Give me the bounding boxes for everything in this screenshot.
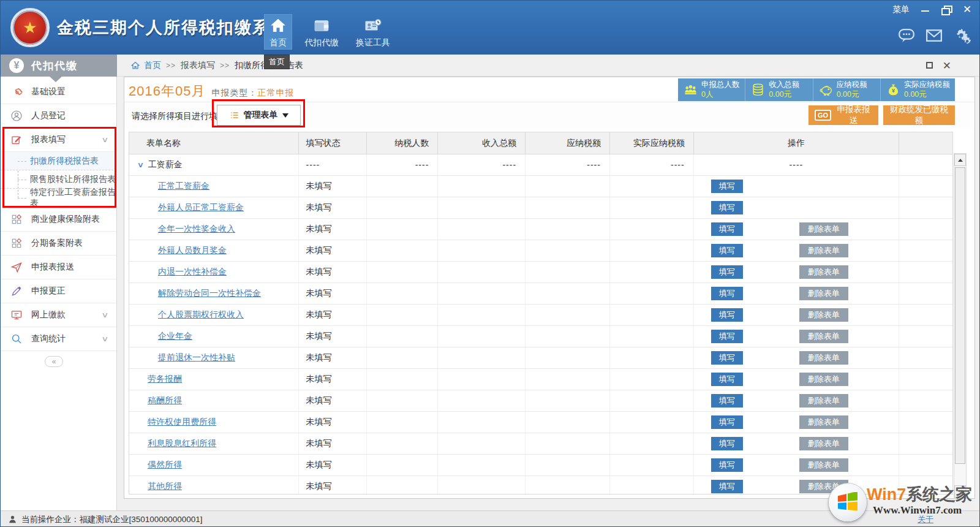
national-emblem-logo: ★ bbox=[10, 8, 50, 47]
sidebar-item-declaration-correct[interactable]: 申报更正 bbox=[1, 279, 116, 303]
delete-form-button[interactable]: 删除表单 bbox=[799, 330, 848, 343]
sidebar-item-report-submit[interactable]: 申报表报送 bbox=[1, 256, 116, 279]
table-row: 劳务报酬 未填写 填写 删除表单 bbox=[129, 369, 952, 390]
delete-form-button[interactable]: 删除表单 bbox=[799, 351, 848, 365]
sidebar-item-personnel[interactable]: 人员登记 bbox=[1, 104, 116, 128]
nav-withholding[interactable]: 代扣代缴 bbox=[300, 14, 344, 50]
close-panel-icon[interactable]: ✕ bbox=[943, 59, 951, 72]
sidebar-collapse-button[interactable]: « bbox=[45, 356, 63, 367]
delete-form-button[interactable]: 删除表单 bbox=[799, 287, 848, 300]
fill-button[interactable]: 填写 bbox=[711, 287, 743, 300]
fill-button[interactable]: 填写 bbox=[711, 458, 743, 472]
sidebar-item-online-payment[interactable]: 网上缴款 ∨ bbox=[1, 303, 116, 327]
scrollbar-thumb[interactable] bbox=[955, 167, 965, 464]
sidebar-item-installment-record[interactable]: 分期备案附表 bbox=[1, 232, 116, 256]
form-name-link[interactable]: 正常工资薪金 bbox=[158, 181, 209, 192]
settings-gears-icon[interactable] bbox=[952, 26, 971, 45]
fill-status: 未填写 bbox=[299, 390, 368, 411]
form-name-link[interactable]: 提前退休一次性补贴 bbox=[158, 352, 235, 363]
sidebar-subitem-withholding-tax-report[interactable]: 扣缴所得税报告表 bbox=[1, 152, 116, 170]
nav-home[interactable]: 首页 bbox=[264, 14, 292, 50]
table-row: 个人股票期权行权收入 未填写 填写 删除表单 bbox=[129, 305, 952, 326]
form-name-link[interactable]: 其他所得 bbox=[148, 481, 182, 492]
fill-button[interactable]: 填写 bbox=[711, 180, 743, 193]
fill-button[interactable]: 填写 bbox=[711, 308, 743, 322]
col-operations: 操作 bbox=[694, 132, 899, 154]
form-name-link[interactable]: 全年一次性奖金收入 bbox=[158, 224, 235, 235]
delete-form-button[interactable]: 删除表单 bbox=[799, 458, 848, 472]
delete-form-button[interactable]: 删除表单 bbox=[799, 373, 848, 386]
fill-button[interactable]: 填写 bbox=[711, 373, 743, 386]
delete-form-button[interactable]: 删除表单 bbox=[799, 222, 848, 236]
fill-button[interactable]: 填写 bbox=[711, 351, 743, 365]
form-name-link[interactable]: 利息股息红利所得 bbox=[148, 438, 216, 449]
scroll-up-icon[interactable] bbox=[954, 154, 966, 166]
table-scrollbar[interactable] bbox=[954, 153, 967, 498]
delete-form-button[interactable]: 删除表单 bbox=[799, 308, 848, 322]
table-row: 全年一次性奖金收入 未填写 填写 删除表单 bbox=[129, 219, 952, 240]
col-taxpayer-count: 纳税人数 bbox=[367, 132, 438, 154]
minimize-icon[interactable] bbox=[921, 5, 930, 15]
delete-form-button[interactable]: 删除表单 bbox=[799, 265, 848, 279]
fill-button[interactable]: 填写 bbox=[711, 265, 743, 279]
group-name: 工资薪金 bbox=[148, 159, 183, 170]
delete-form-button[interactable]: 删除表单 bbox=[799, 437, 848, 450]
chat-icon[interactable] bbox=[897, 26, 916, 45]
sidebar-item-query-statistics[interactable]: 查询统计 ∨ bbox=[1, 327, 116, 351]
header-utility-icons bbox=[897, 26, 971, 45]
fill-button[interactable]: 填写 bbox=[711, 394, 743, 408]
fill-button[interactable]: 填写 bbox=[711, 415, 743, 429]
fill-button[interactable]: 填写 bbox=[711, 480, 743, 493]
form-name-link[interactable]: 企业年金 bbox=[158, 331, 192, 342]
coins-icon bbox=[750, 82, 766, 97]
form-name-link[interactable]: 外籍人员数月奖金 bbox=[158, 245, 227, 256]
sidebar-item-basic-settings[interactable]: 基础设置 bbox=[1, 80, 116, 104]
sidebar-header-pointer bbox=[50, 77, 62, 82]
delete-form-button[interactable]: 删除表单 bbox=[799, 244, 848, 257]
breadcrumb-home[interactable]: 首页 bbox=[144, 60, 161, 71]
finance-paid-tax-button[interactable]: 财政统发已缴税额 bbox=[883, 105, 955, 125]
maximize-panel-icon[interactable] bbox=[926, 62, 933, 69]
table-toolbar: 请选择所得项目进行填写 管理表单 GO 申报表报送 财政统发已缴税额 bbox=[124, 102, 974, 128]
menu-button[interactable]: 菜单 bbox=[892, 4, 910, 15]
sidebar-item-health-insurance[interactable]: 商业健康保险附表 bbox=[1, 208, 116, 232]
fill-button[interactable]: 填写 bbox=[711, 244, 743, 257]
home-tooltip: 首页 bbox=[264, 55, 290, 69]
sidebar-subitem-specific-industry-report[interactable]: 特定行业工资薪金报告表 bbox=[1, 189, 116, 207]
sidebar-subitem-restricted-shares-report[interactable]: 限售股转让所得报告表 bbox=[1, 170, 116, 189]
form-name-link[interactable]: 解除劳动合同一次性补偿金 bbox=[158, 288, 261, 299]
manage-forms-button[interactable]: 管理表单 bbox=[217, 105, 301, 126]
fill-button[interactable]: 填写 bbox=[711, 222, 743, 236]
group-row-salary: ∨工资薪金 ---- ---- ---- ---- ---- ---- bbox=[129, 154, 952, 176]
form-name-link[interactable]: 个人股票期权行权收入 bbox=[158, 309, 244, 320]
close-window-icon[interactable]: ✕ bbox=[962, 5, 972, 15]
mail-icon[interactable] bbox=[925, 26, 943, 45]
breadcrumb-report-fill[interactable]: 报表填写 bbox=[181, 60, 215, 71]
content-panel: 2016年05月申报类型：正常申报 申报总人数0人 收入总额0.00元 应纳税额… bbox=[124, 77, 975, 499]
chevron-down-icon: ∨ bbox=[101, 135, 108, 144]
submit-declaration-button[interactable]: GO 申报表报送 bbox=[809, 105, 878, 125]
delete-form-button[interactable]: 删除表单 bbox=[799, 415, 848, 429]
form-name-link[interactable]: 稿酬所得 bbox=[148, 395, 182, 406]
fill-button[interactable]: 填写 bbox=[711, 201, 743, 214]
win7-watermark: Win7系统之家 Www.Winwin7.com bbox=[829, 482, 979, 525]
go-badge: GO bbox=[815, 110, 831, 121]
sidebar-item-report-fill[interactable]: 报表填写 ∨ bbox=[1, 128, 116, 152]
form-name-link[interactable]: 劳务报酬 bbox=[148, 374, 182, 385]
window-controls: 菜单 ✕ bbox=[892, 4, 972, 15]
table-row: 特许权使用费所得 未填写 填写 删除表单 bbox=[129, 412, 952, 433]
nav-cert-tool[interactable]: 换证工具 bbox=[351, 14, 395, 50]
restore-window-icon[interactable] bbox=[941, 5, 951, 15]
list-icon bbox=[230, 110, 239, 120]
fill-status: 未填写 bbox=[299, 305, 368, 325]
form-name-link[interactable]: 偶然所得 bbox=[148, 460, 182, 471]
form-name-link[interactable]: 外籍人员正常工资薪金 bbox=[158, 202, 244, 213]
delete-form-button[interactable]: 删除表单 bbox=[799, 394, 848, 408]
fill-button[interactable]: 填写 bbox=[711, 437, 743, 450]
form-name-link[interactable]: 内退一次性补偿金 bbox=[158, 267, 227, 278]
fill-button[interactable]: 填写 bbox=[711, 330, 743, 343]
form-name-link[interactable]: 特许权使用费所得 bbox=[148, 417, 216, 428]
collapse-group-icon[interactable]: ∨ bbox=[137, 161, 144, 169]
fill-status: 未填写 bbox=[299, 197, 368, 218]
stats-bar: 申报总人数0人 收入总额0.00元 应纳税额0.00元 ¥ 实际应纳税额0.00… bbox=[678, 78, 955, 101]
